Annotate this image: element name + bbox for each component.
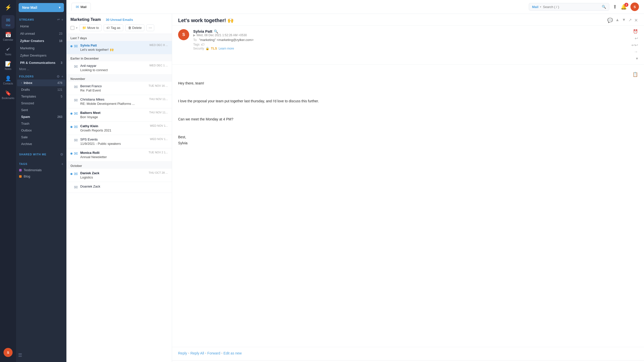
folder-item-templates[interactable]: Templates 5 — [17, 93, 65, 100]
reply-icon[interactable]: ↩ — [635, 36, 638, 41]
tags-label: TAGS — [19, 162, 27, 165]
prev-email-icon[interactable]: ▲ — [615, 18, 619, 23]
sidebar-item-contacts[interactable]: 👤 Contacts — [2, 73, 15, 87]
mail-item[interactable]: ✉ Sylvia Patt Let's work together! 🙌 WED… — [66, 41, 172, 54]
shared-settings-icon[interactable]: ⚙ — [60, 152, 63, 156]
mail-item[interactable]: ✉ Daniek Zack Logistics THU OCT 28 ... — [66, 169, 172, 182]
view-mode-icon[interactable]: 📋 — [632, 71, 638, 78]
unread-indicator — [70, 126, 72, 128]
sidebar-item-tasks[interactable]: ✔ Tasks — [2, 44, 15, 58]
delete-button[interactable]: 🗑 Delete — [125, 24, 145, 31]
collapse-sidebar-icon[interactable]: ☰ — [18, 352, 22, 358]
reminder-icon[interactable]: ⏰ — [633, 29, 638, 34]
mail-item-left: ✉ — [70, 64, 78, 69]
stream-item-zylkerdevs[interactable]: Zylker Developers — [17, 52, 65, 59]
close-email-icon[interactable]: ✕ — [634, 18, 638, 23]
sidebar-item-calendar[interactable]: 📅 Calendar — [2, 30, 15, 43]
folders-settings-icon[interactable]: ⚙ — [57, 74, 60, 78]
mail-item[interactable]: ✉ Baikers Meet Bon Voyage THU NOV 11... — [66, 108, 172, 122]
folders-add-icon[interactable]: + — [61, 74, 63, 78]
stream-count-allunread: 23 — [59, 32, 62, 35]
learn-more-link[interactable]: Learn more — [219, 47, 234, 50]
expand-icon[interactable]: ↗ — [628, 18, 632, 23]
notifications-icon[interactable]: 🔔 2 — [621, 4, 627, 10]
email-meta-details: Sylvia Patt 🔍 ▶ Wed, 08 Dec 2021 1:52:26… — [193, 29, 627, 61]
mail-sender: Bennet Franco — [80, 84, 144, 88]
folder-item-outbox[interactable]: Outbox — [17, 127, 65, 134]
mail-item[interactable]: ✉ Monica Rolli Annual Newsletter TUE NOV… — [66, 148, 172, 162]
tags-add-icon[interactable]: 🏷 — [201, 42, 205, 47]
mail-item[interactable]: ✉ SPS Events 11/9/2021 - Public speakers… — [66, 135, 172, 148]
sidebar-item-notes[interactable]: 📝 Notes — [2, 59, 15, 72]
body-line-2 — [178, 89, 638, 95]
reply-all-button[interactable]: Reply All — [190, 350, 204, 356]
tasks-icon: ✔ — [6, 46, 10, 52]
tags-add-icon[interactable]: + — [61, 162, 63, 166]
expand-comment-icon[interactable]: 💬 — [607, 18, 613, 23]
folder-item-trash[interactable]: Trash — [17, 120, 65, 127]
next-email-icon[interactable]: ▼ — [622, 18, 626, 23]
folder-item-sent[interactable]: Sent — [17, 107, 65, 113]
folder-item-spam[interactable]: Spam 263 — [17, 113, 65, 120]
stream-item-marketing[interactable]: Marketing — [17, 44, 65, 52]
tag-item-testimonials[interactable]: Testimonials — [16, 167, 66, 173]
sidebar-item-bookmarks[interactable]: 🔖 Bookmarks — [2, 88, 15, 102]
folder-item-archive[interactable]: Archive — [17, 141, 65, 147]
sidebar-item-label-contacts: Contacts — [3, 82, 13, 85]
forward-button[interactable]: Forward — [207, 350, 220, 356]
move-to-button[interactable]: 📁 Move to — [79, 24, 102, 31]
body-line-3: I love the proposal your team put togeth… — [178, 98, 638, 104]
mail-date: WED NOV 1... — [150, 124, 168, 127]
mail-tab[interactable]: ✉ Mail — [71, 3, 91, 11]
checkbox-dropdown-arrow[interactable]: ▾ — [76, 26, 77, 30]
stream-item-prcomms[interactable]: PR & Communications 3 — [17, 59, 65, 66]
email-reply-actions: Reply • Reply All • Forward • Edit as ne… — [172, 347, 644, 360]
tag-item-blog[interactable]: Blog — [16, 173, 66, 179]
mail-item[interactable]: ✉ Christiana Mikes RE: Mobile Developmen… — [66, 95, 172, 108]
folder-item-sale[interactable]: Sale — [17, 134, 65, 141]
stream-item-zylkercreators[interactable]: Zylker Creators 18 — [17, 37, 65, 44]
streams-more[interactable]: More ... — [16, 66, 66, 72]
edit-as-new-button[interactable]: Edit as new — [223, 350, 242, 356]
mail-item[interactable]: ✉ Doaniek Zack — [66, 182, 172, 193]
stream-item-home[interactable]: Home — [17, 23, 65, 30]
folder-item-inbox[interactable]: › Inbox 478 — [17, 79, 65, 86]
mail-item[interactable]: ✉ Bennet Franco Re: Fall Event TUE NOV 1… — [66, 82, 172, 95]
mail-item[interactable]: ✉ Anil nayyar Looking to connect WED DEC… — [66, 61, 172, 75]
stream-item-allunread[interactable]: All unread 23 — [17, 30, 65, 37]
select-all-checkbox[interactable] — [70, 26, 74, 30]
mail-item[interactable]: ✉ Cathy Klein Growth Reports 2021 WED NO… — [66, 122, 172, 135]
folders-label: FOLDERS — [19, 75, 34, 78]
mail-sender: Daniek Zack — [80, 171, 144, 175]
topbar-avatar[interactable]: S — [630, 3, 639, 11]
folder-count-drafts: 121 — [57, 88, 62, 92]
folder-item-snoozed[interactable]: Snoozed — [17, 100, 65, 107]
folder-item-drafts[interactable]: Drafts 121 — [17, 86, 65, 93]
user-avatar[interactable]: S — [4, 348, 13, 357]
stream-count-zylkercreators: 18 — [59, 39, 62, 43]
reply-button[interactable]: Reply — [178, 350, 187, 356]
forward-icon[interactable]: → — [634, 50, 638, 54]
search-input[interactable] — [543, 5, 600, 9]
unread-count-badge: 30 Unread Emails — [106, 18, 133, 22]
streams-filter-icon[interactable]: ⇌ — [57, 18, 60, 22]
email-meta-right: ⏰ ↩ ↩↩ → ▾ — [631, 29, 638, 61]
mail-subject: RE: Mobile Development Platforms ... — [80, 102, 145, 106]
reply-all-icon[interactable]: ↩↩ — [631, 43, 638, 48]
sharedwithme-section-header: SHARED WITH ME ⚙ — [16, 150, 66, 157]
new-mail-button[interactable]: New Mail ▾ — [19, 3, 64, 12]
streams-add-icon[interactable]: + — [61, 18, 63, 22]
sidebar-item-mail[interactable]: ✉ Mail — [2, 15, 15, 29]
mail-read-icon: ✉ — [74, 138, 78, 143]
more-actions-icon[interactable]: ▾ — [636, 56, 638, 61]
mail-content: SPS Events 11/9/2021 - Public speakers — [80, 138, 145, 146]
search-scope-icon: Mail — [532, 5, 538, 9]
more-actions-button[interactable]: ⋯ — [146, 24, 154, 31]
tag-as-button[interactable]: 🏷 Tag as — [104, 24, 123, 31]
cloud-upload-icon[interactable]: ⬆ — [613, 4, 617, 10]
search-box[interactable]: Mail ▾ 🔍 — [529, 3, 609, 11]
search-sender-icon[interactable]: 🔍 — [214, 29, 218, 33]
mail-unread-icon: ✉ — [74, 151, 78, 156]
folder-label-inbox: Inbox — [24, 81, 32, 85]
tag-dot-testimonials — [19, 169, 22, 171]
